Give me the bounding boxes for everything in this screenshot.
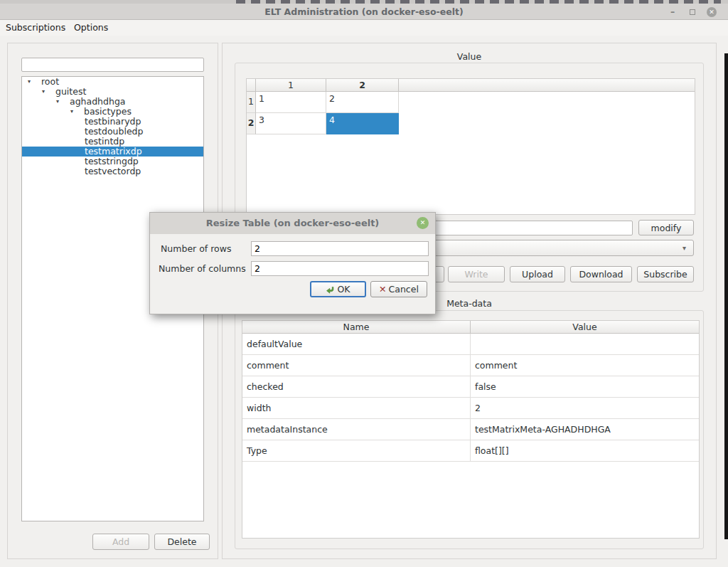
matrix-cell-2-1[interactable]: 3 xyxy=(256,113,326,134)
tree-item-guitest[interactable]: ▾guitest xyxy=(22,87,203,97)
table-row[interactable]: width 2 xyxy=(242,398,699,419)
expander-icon[interactable]: ▾ xyxy=(42,87,55,97)
metadata-name-cell: width xyxy=(242,398,471,419)
maximize-button[interactable] xyxy=(684,4,701,20)
tree-item-label: testbinarydp xyxy=(85,116,141,127)
tree-item-basictypes[interactable]: ▾basictypes xyxy=(22,107,203,117)
ok-button[interactable]: OK xyxy=(310,281,366,297)
metadata-header-value[interactable]: Value xyxy=(471,321,699,333)
chevron-down-icon: ▾ xyxy=(682,240,686,256)
table-row[interactable]: metadataInstance testMatrixMeta-AGHADHDH… xyxy=(242,419,699,440)
table-row[interactable]: defaultValue xyxy=(242,334,699,355)
ok-arrow-icon xyxy=(326,285,335,295)
menu-subscriptions[interactable]: Subscriptions xyxy=(0,20,71,36)
tree-item-label: testdoubledp xyxy=(85,126,143,137)
table-row[interactable]: Type float[][] xyxy=(242,440,699,462)
background-window-edge xyxy=(724,53,728,539)
minimize-button[interactable]: – xyxy=(664,4,681,20)
dialog-title: Resize Table (on docker-eso-eelt) xyxy=(150,213,435,234)
tree-item-aghadhdhga[interactable]: ▾aghadhdhga xyxy=(22,97,203,107)
metadata-name-cell: comment xyxy=(242,355,471,376)
metadata-value-cell: false xyxy=(471,376,699,398)
columns-field-label: Number of columns xyxy=(159,261,246,276)
metadata-name-cell: Type xyxy=(242,440,471,462)
expander-icon[interactable]: ▾ xyxy=(28,77,41,87)
tree-item-testdoubledp[interactable]: testdoubledp xyxy=(22,127,203,137)
metadata-header-row: Name Value xyxy=(242,321,699,334)
tree-item-label: aghadhdhga xyxy=(70,96,126,107)
menu-options[interactable]: Options xyxy=(68,20,114,36)
menubar: Subscriptions Options xyxy=(0,20,728,36)
tree-item-root[interactable]: ▾root xyxy=(22,77,203,87)
expander-icon[interactable]: ▾ xyxy=(56,97,70,107)
matrix-cell-1-2[interactable]: 2 xyxy=(326,92,399,113)
tree-item-label: basictypes xyxy=(84,106,132,117)
upload-button[interactable]: Upload xyxy=(510,266,565,282)
matrix-col-header-1[interactable]: 1 xyxy=(256,79,326,91)
metadata-value-cell: 2 xyxy=(471,398,699,419)
tree-item-label: testmatrixdp xyxy=(85,146,142,157)
cancel-button-label: Cancel xyxy=(389,284,419,295)
matrix-row-header-2[interactable]: 2 xyxy=(247,113,256,134)
tree-item-label: testintdp xyxy=(85,136,124,147)
close-button[interactable]: ✕ xyxy=(707,7,717,17)
matrix-row-header-1[interactable]: 1 xyxy=(247,92,256,113)
cancel-x-icon: ✕ xyxy=(379,284,386,295)
table-row[interactable]: comment comment xyxy=(242,355,699,376)
tree-item-label: guitest xyxy=(55,86,86,97)
window-titlebar: ELT Administration (on docker-eso-eelt) … xyxy=(0,4,728,20)
value-group-title: Value xyxy=(235,51,704,62)
rows-field-label: Number of rows xyxy=(161,241,231,256)
metadata-value-cell: testMatrixMeta-AGHADHDHGA xyxy=(471,419,699,440)
cancel-button[interactable]: ✕Cancel xyxy=(370,281,427,297)
metadata-name-cell: metadataInstance xyxy=(242,419,471,440)
subscribe-button[interactable]: Subscribe xyxy=(637,266,694,282)
metadata-table: Name Value defaultValue comment comment … xyxy=(242,320,700,539)
value-matrix-table: 1 2 1 1 2 2 3 4 xyxy=(246,78,695,215)
table-row[interactable]: checked false xyxy=(242,376,699,398)
delete-button[interactable]: Delete xyxy=(154,534,210,550)
matrix-corner-cell xyxy=(247,79,256,91)
dialog-titlebar[interactable]: Resize Table (on docker-eso-eelt) ✕ xyxy=(150,213,435,234)
metadata-name-cell: defaultValue xyxy=(242,334,471,355)
ok-button-label: OK xyxy=(337,284,350,295)
matrix-col-header-2[interactable]: 2 xyxy=(326,79,399,91)
resize-table-dialog: Resize Table (on docker-eso-eelt) ✕ Numb… xyxy=(149,212,436,314)
matrix-cell-2-2-selected[interactable]: 4 xyxy=(326,113,399,134)
tree-search-input[interactable] xyxy=(21,58,204,72)
metadata-header-name[interactable]: Name xyxy=(242,321,471,333)
tree-item-teststringdp[interactable]: teststringdp xyxy=(22,157,203,166)
tree-item-label: root xyxy=(41,76,59,87)
tree-item-testvectordp[interactable]: testvectordp xyxy=(22,166,203,176)
metadata-value-cell: float[][] xyxy=(471,440,699,462)
matrix-header-row: 1 2 xyxy=(247,79,695,92)
tree-item-testintdp[interactable]: testintdp xyxy=(22,137,203,147)
download-button[interactable]: Download xyxy=(570,266,632,282)
metadata-value-cell: comment xyxy=(471,355,699,376)
window-title: ELT Administration (on docker-eso-eelt) xyxy=(0,4,728,20)
tree-item-testbinarydp[interactable]: testbinarydp xyxy=(22,117,203,127)
matrix-row-1: 1 1 2 xyxy=(247,92,695,113)
tree-item-label: teststringdp xyxy=(85,156,139,166)
metadata-value-cell xyxy=(471,334,699,355)
rows-input[interactable] xyxy=(251,241,429,256)
add-button[interactable]: Add xyxy=(92,534,149,550)
matrix-cell-1-1[interactable]: 1 xyxy=(256,92,326,113)
modify-button[interactable]: modify xyxy=(638,220,694,235)
tree-item-testmatrixdp[interactable]: testmatrixdp xyxy=(22,147,203,157)
dialog-close-button[interactable]: ✕ xyxy=(417,217,429,229)
desktop: ELT Administration (on docker-eso-eelt) … xyxy=(0,0,728,567)
metadata-name-cell: checked xyxy=(242,376,471,398)
write-button[interactable]: Write xyxy=(448,266,505,282)
expander-icon[interactable]: ▾ xyxy=(70,107,84,117)
columns-input[interactable] xyxy=(251,261,429,276)
tree-item-label: testvectordp xyxy=(85,166,141,176)
matrix-row-2: 2 3 4 xyxy=(247,113,695,134)
maximize-icon xyxy=(690,9,695,15)
